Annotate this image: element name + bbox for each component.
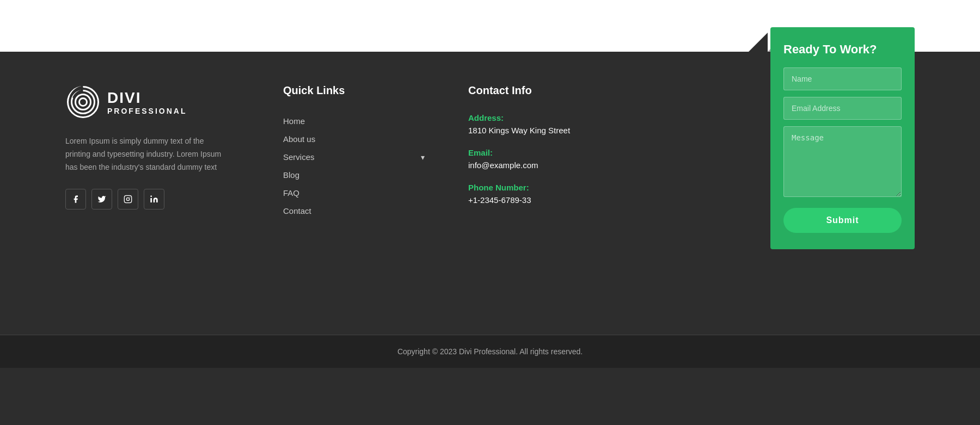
nav-item-home: Home (283, 113, 425, 129)
nav-link-services[interactable]: Services (283, 149, 315, 165)
nav-links-list: Home About us Services ▾ Blog FAQ Contac… (283, 113, 425, 219)
logo-text: DIVI PROFESSIONAL (107, 89, 187, 115)
name-input[interactable] (783, 67, 902, 90)
svg-point-8 (150, 196, 152, 198)
nav-link-contact[interactable]: Contact (283, 203, 311, 219)
logo-icon (65, 84, 101, 120)
nav-item-faq: FAQ (283, 185, 425, 201)
instagram-icon[interactable] (118, 189, 138, 210)
email-input[interactable] (783, 97, 902, 120)
copyright-text: Copyright © 2023 Divi Professional. All … (397, 347, 583, 356)
services-chevron-icon: ▾ (421, 153, 425, 162)
facebook-icon[interactable] (65, 189, 86, 210)
submit-button[interactable]: Submit (783, 208, 902, 233)
nav-item-contact: Contact (283, 203, 425, 219)
linkedin-icon[interactable] (144, 189, 164, 210)
footer-bottom: Copyright © 2023 Divi Professional. All … (0, 335, 980, 368)
address-value: 1810 Kings Way King Street (468, 126, 642, 135)
twitter-icon[interactable] (91, 189, 112, 210)
message-textarea[interactable] (783, 126, 902, 197)
svg-point-3 (79, 98, 87, 106)
ready-card-title: Ready To Work? (783, 42, 902, 57)
nav-link-about[interactable]: About us (283, 131, 315, 147)
contact-title: Contact Info (468, 84, 642, 97)
quick-links-section: Quick Links Home About us Services ▾ Blo… (272, 84, 425, 219)
phone-label: Phone Number: (468, 183, 642, 192)
contact-section: Contact Info Address: 1810 Kings Way Kin… (468, 84, 642, 218)
svg-point-5 (126, 198, 129, 201)
ready-card: Ready To Work? Submit (770, 27, 915, 249)
phone-value: +1-2345-6789-33 (468, 195, 642, 205)
svg-rect-4 (124, 196, 131, 203)
logo-container: DIVI PROFESSIONAL (65, 84, 229, 120)
footer-main: DIVI PROFESSIONAL Lorem Ipsum is simply … (0, 52, 980, 335)
email-value: info@example.com (468, 161, 642, 170)
social-icons (65, 189, 229, 210)
svg-point-6 (130, 197, 130, 198)
quick-links-title: Quick Links (283, 84, 425, 97)
nav-link-faq[interactable]: FAQ (283, 185, 299, 201)
nav-item-about: About us (283, 131, 425, 147)
logo-description: Lorem Ipsum is simply dummy text of the … (65, 135, 229, 174)
address-label: Address: (468, 113, 642, 122)
svg-rect-7 (150, 198, 152, 202)
corner-fold (749, 33, 768, 52)
nav-link-blog[interactable]: Blog (283, 167, 299, 183)
nav-link-home[interactable]: Home (283, 113, 305, 129)
email-label: Email: (468, 148, 642, 157)
logo-professional: PROFESSIONAL (107, 107, 187, 115)
svg-point-2 (76, 95, 91, 110)
nav-item-blog: Blog (283, 167, 425, 183)
nav-item-services: Services ▾ (283, 149, 425, 165)
logo-section: DIVI PROFESSIONAL Lorem Ipsum is simply … (65, 84, 229, 210)
logo-divi: DIVI (107, 89, 187, 107)
